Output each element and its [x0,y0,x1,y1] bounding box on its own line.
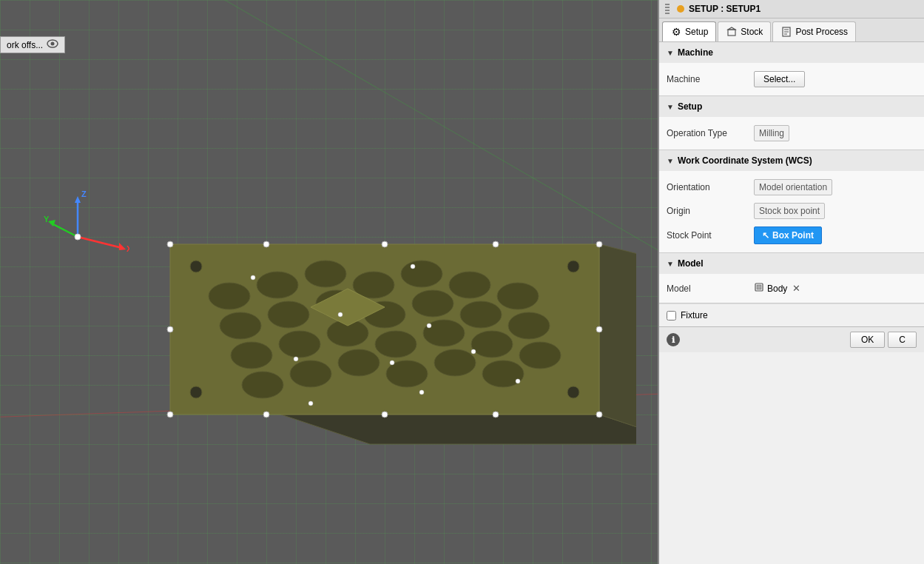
tab-stock-label: Stock [741,27,763,37]
model-body-value: Body [767,283,787,294]
setup-section: ▼ Setup Operation Type Milling [659,96,924,150]
orientation-row: Orientation Model orientation [667,175,917,199]
svg-point-49 [338,312,343,317]
box-point-button[interactable]: ↖ Box Point [754,226,822,244]
svg-point-16 [508,312,550,339]
fixture-checkbox[interactable] [667,311,676,320]
model-section: ▼ Model Model Body ✕ [659,253,924,303]
svg-point-22 [471,331,513,357]
origin-label: Origin [667,206,748,216]
eye-icon[interactable] [47,39,58,50]
machine-field-label: Machine [667,74,748,84]
panel-bottom-bar: ℹ OK C [659,326,924,352]
orientation-label: Orientation [667,182,748,192]
wcs-section-content: Orientation Model orientation Origin Sto… [659,171,924,252]
model-arrow-icon: ▼ [667,260,674,268]
svg-point-4 [257,272,298,298]
tab-setup[interactable]: ⚙ Setup [662,21,716,41]
operation-type-row: Operation Type Milling [667,121,917,145]
svg-point-39 [382,412,388,417]
svg-marker-58 [75,196,81,203]
settings-panel: SETUP : SETUP1 ⚙ Setup Stock Post Proces… [658,0,924,564]
svg-point-55 [419,390,424,395]
panel-title: SETUP : SETUP1 [689,4,761,14]
svg-marker-1 [599,244,636,444]
model-section-header[interactable]: ▼ Model [659,253,924,274]
drag-handle[interactable] [665,4,670,14]
svg-point-25 [290,360,331,387]
svg-point-45 [263,412,269,417]
svg-point-26 [338,349,380,376]
svg-point-15 [460,301,502,328]
svg-text:X: X [127,244,129,253]
orientation-value: Model orientation [754,179,832,195]
svg-point-23 [519,342,561,369]
setup-arrow-icon: ▼ [667,103,674,111]
svg-point-17 [231,342,272,369]
svg-point-40 [596,412,602,417]
machine-section-label: Machine [678,47,713,58]
svg-point-46 [493,412,499,417]
svg-point-32 [567,261,579,272]
work-offset-label[interactable]: ork offs... [0,36,65,53]
tab-postprocess-label: Post Process [795,27,848,37]
machine-arrow-icon: ▼ [667,49,674,57]
setup-section-header[interactable]: ▼ Setup [659,96,924,117]
status-dot [677,5,684,13]
svg-point-11 [268,301,309,328]
stock-point-row: Stock Point ↖ Box Point [667,223,917,248]
svg-point-14 [412,290,453,317]
svg-point-8 [449,272,490,298]
operation-type-label: Operation Type [667,128,748,138]
svg-point-63 [75,234,81,240]
model-field-label: Model [667,283,748,294]
svg-point-51 [294,357,298,361]
operation-type-value: Milling [754,125,789,141]
svg-point-20 [375,331,417,357]
info-button[interactable]: ℹ [667,333,680,346]
svg-point-18 [279,331,320,357]
svg-point-47 [251,275,255,280]
svg-point-54 [308,401,313,406]
svg-point-53 [471,349,476,354]
svg-point-34 [567,386,579,398]
svg-point-52 [390,360,394,365]
svg-point-35 [167,241,173,247]
svg-marker-0 [281,414,636,444]
svg-point-68 [51,42,55,46]
machine-section: ▼ Machine Machine Select... [659,42,924,96]
setup-section-content: Operation Type Milling [659,117,924,150]
svg-point-24 [242,372,283,398]
svg-text:Y: Y [44,215,50,224]
work-offset-text: ork offs... [7,40,43,50]
svg-point-10 [220,312,261,339]
cancel-button[interactable]: C [888,332,917,348]
machine-section-header[interactable]: ▼ Machine [659,42,924,63]
svg-marker-60 [119,243,126,250]
svg-point-31 [190,261,202,272]
svg-point-38 [167,412,173,417]
svg-point-50 [427,323,431,328]
svg-marker-70 [728,27,735,30]
svg-point-7 [401,261,442,287]
tab-stock[interactable]: Stock [718,21,771,41]
svg-point-56 [516,379,520,383]
axes-indicator: Z X Y [41,185,129,261]
wcs-section-header[interactable]: ▼ Work Coordinate System (WCS) [659,150,924,171]
fixture-row: Fixture [659,303,924,326]
tab-postprocess[interactable]: Post Process [772,21,856,41]
svg-point-28 [434,349,476,376]
machine-select-button[interactable]: Select... [754,71,805,87]
ok-button[interactable]: OK [850,332,885,348]
panel-tabs: ⚙ Setup Stock Post Process [659,19,924,42]
machine-section-content: Machine Select... [659,63,924,95]
svg-point-48 [411,264,415,269]
svg-point-42 [596,326,602,332]
wcs-section-label: Work Coordinate System (WCS) [678,155,812,166]
svg-point-41 [167,326,173,332]
body-icon [754,282,764,295]
remove-model-button[interactable]: ✕ [790,282,803,295]
svg-point-43 [263,241,269,247]
model-section-label: Model [678,258,704,269]
panel-titlebar: SETUP : SETUP1 [659,0,924,19]
